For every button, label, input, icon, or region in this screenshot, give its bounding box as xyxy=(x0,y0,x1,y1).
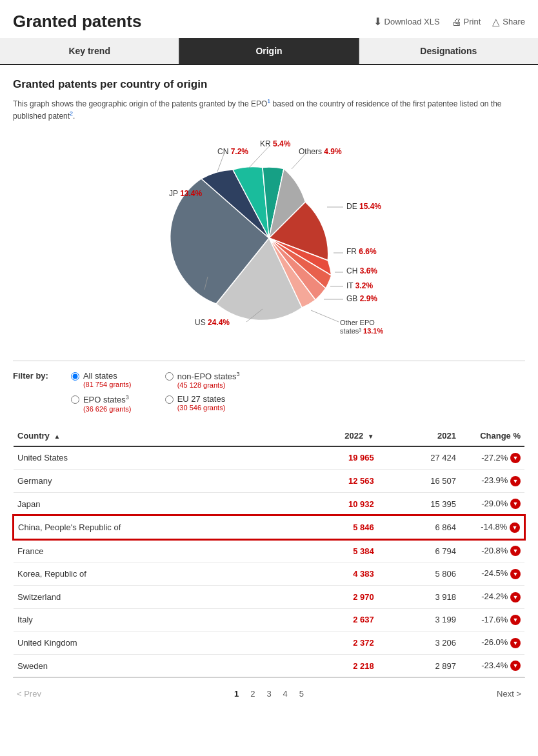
page-1[interactable]: 1 xyxy=(231,688,242,700)
cell-change: -20.8% ▼ xyxy=(460,539,524,562)
pie-label-gb: GB 2.9% xyxy=(346,294,377,303)
filter-epo-radio[interactable] xyxy=(71,395,79,404)
cell-change: -17.6% ▼ xyxy=(460,608,524,632)
filter-all-states[interactable]: All states (81 754 grants) xyxy=(71,371,146,389)
cell-2021: 3 206 xyxy=(378,632,460,655)
cell-country: Japan xyxy=(14,492,287,515)
filter-eu27[interactable]: EU 27 states (30 546 grants) xyxy=(165,394,240,412)
down-arrow-icon: ▼ xyxy=(510,661,521,671)
cell-change: -29.0% ▼ xyxy=(460,492,524,515)
sort-icon-2022: ▼ xyxy=(368,433,374,440)
tabs-bar: Key trend Origin Designations xyxy=(0,38,538,65)
filter-label: Filter by: xyxy=(13,371,48,381)
filter-non-epo-radio[interactable] xyxy=(165,372,174,381)
tab-key-trend[interactable]: Key trend xyxy=(0,38,179,64)
filter-all-radio[interactable] xyxy=(71,372,79,381)
cell-2022: 2 970 xyxy=(287,586,378,609)
cell-2021: 2 897 xyxy=(378,654,460,677)
table-row: France 5 384 6 794 -20.8% ▼ xyxy=(14,539,524,562)
table-row: Japan 10 932 15 395 -29.0% ▼ xyxy=(14,492,524,515)
pie-label-other-epo2: states³ 13.1% xyxy=(340,327,383,335)
main-content: Granted patents per country of origin Th… xyxy=(0,65,538,716)
cell-change: -14.8% ▼ xyxy=(460,515,524,539)
cell-2021: 16 507 xyxy=(378,470,460,493)
cell-change: -24.5% ▼ xyxy=(460,562,524,586)
pie-label-other-epo: Other EPO xyxy=(340,319,375,326)
cell-2021: 27 424 xyxy=(378,446,460,470)
cell-change: -26.0% ▼ xyxy=(460,632,524,655)
table-row: Korea, Republic of 4 383 5 806 -24.5% ▼ xyxy=(14,562,524,586)
print-action[interactable]: 🖨 Print xyxy=(452,16,481,27)
pie-chart: DE 15.4% FR 6.6% CH 3.6% IT 3.2% GB 2.9%… xyxy=(134,135,404,341)
section-title: Granted patents per country of origin xyxy=(13,78,525,91)
share-action[interactable]: △ Share xyxy=(492,16,525,28)
pie-label-us: US 24.4% xyxy=(195,318,230,327)
table-row: China, People's Republic of 5 846 6 864 … xyxy=(14,515,524,539)
pie-label-de: DE 15.4% xyxy=(346,202,381,211)
header-actions: ⬇ Download XLS 🖨 Print △ Share xyxy=(374,15,525,28)
cell-country: Italy xyxy=(14,608,287,632)
pie-label-it: IT 3.2% xyxy=(346,281,373,290)
cell-2022: 19 965 xyxy=(287,446,378,470)
cell-country: Switzerland xyxy=(14,586,287,609)
down-arrow-icon: ▼ xyxy=(510,546,521,556)
table-header-row: Country ▲ 2022 ▼ 2021 Change % xyxy=(14,426,524,446)
cell-change: -23.4% ▼ xyxy=(460,654,524,677)
table-row: Switzerland 2 970 3 918 -24.2% ▼ xyxy=(14,586,524,609)
down-arrow-icon: ▼ xyxy=(510,569,521,579)
pie-label-cn: CN 7.2% xyxy=(217,147,248,156)
filter-section: Filter by: All states (81 754 grants) no… xyxy=(13,371,525,413)
cell-2022: 10 932 xyxy=(287,492,378,515)
page-2[interactable]: 2 xyxy=(247,688,258,700)
table-row: United States 19 965 27 424 -27.2% ▼ xyxy=(14,446,524,470)
cell-2021: 5 806 xyxy=(378,562,460,586)
pie-chart-area: DE 15.4% FR 6.6% CH 3.6% IT 3.2% GB 2.9%… xyxy=(13,135,525,341)
down-arrow-icon: ▼ xyxy=(510,522,520,533)
cell-2021: 3 918 xyxy=(378,586,460,609)
download-icon: ⬇ xyxy=(374,15,382,28)
prev-button[interactable]: < Prev xyxy=(17,689,41,699)
cell-2021: 3 199 xyxy=(378,608,460,632)
tab-designations[interactable]: Designations xyxy=(359,38,538,64)
cell-2022: 2 218 xyxy=(287,654,378,677)
data-table: Country ▲ 2022 ▼ 2021 Change % United St… xyxy=(13,426,525,678)
table-row: United Kingdom 2 372 3 206 -26.0% ▼ xyxy=(14,632,524,655)
table-body: United States 19 965 27 424 -27.2% ▼ Ger… xyxy=(14,446,524,677)
cell-change: -24.2% ▼ xyxy=(460,586,524,609)
cell-country: United States xyxy=(14,446,287,470)
svg-line-8 xyxy=(217,154,224,172)
cell-2021: 6 794 xyxy=(378,539,460,562)
cell-country: Korea, Republic of xyxy=(14,562,287,586)
pie-label-fr: FR 6.6% xyxy=(346,247,377,256)
col-2021: 2021 xyxy=(378,426,460,446)
download-label[interactable]: Download XLS xyxy=(384,17,440,26)
cell-2021: 6 864 xyxy=(378,515,460,539)
filter-non-epo[interactable]: non-EPO states3 (45 128 grants) xyxy=(165,371,240,389)
cell-country: China, People's Republic of xyxy=(14,515,287,539)
filter-epo-states[interactable]: EPO states3 (36 626 grants) xyxy=(71,394,146,412)
download-action[interactable]: ⬇ Download XLS xyxy=(374,15,440,28)
cell-2022: 5 846 xyxy=(287,515,378,539)
print-label[interactable]: Print xyxy=(464,17,481,26)
table-row: Italy 2 637 3 199 -17.6% ▼ xyxy=(14,608,524,632)
cell-change: -27.2% ▼ xyxy=(460,446,524,470)
page-5[interactable]: 5 xyxy=(296,688,307,700)
down-arrow-icon: ▼ xyxy=(510,638,521,648)
page-3[interactable]: 3 xyxy=(263,688,274,700)
pie-label-jp: JP 13.4% xyxy=(169,189,202,198)
down-arrow-icon: ▼ xyxy=(510,592,521,602)
col-country[interactable]: Country ▲ xyxy=(14,426,287,446)
sort-icon-country: ▲ xyxy=(54,433,60,440)
filter-eu27-radio[interactable] xyxy=(165,395,174,404)
cell-2022: 2 372 xyxy=(287,632,378,655)
tab-origin[interactable]: Origin xyxy=(179,38,359,64)
col-2022[interactable]: 2022 ▼ xyxy=(287,426,378,446)
cell-country: Sweden xyxy=(14,654,287,677)
divider-1 xyxy=(13,361,525,361)
pagination: < Prev 1 2 3 4 5 Next > xyxy=(13,677,525,703)
svg-line-5 xyxy=(311,310,339,322)
page-4[interactable]: 4 xyxy=(280,688,291,700)
next-button[interactable]: Next > xyxy=(497,689,521,699)
cell-2022: 4 383 xyxy=(287,562,378,586)
share-label[interactable]: Share xyxy=(503,17,525,26)
